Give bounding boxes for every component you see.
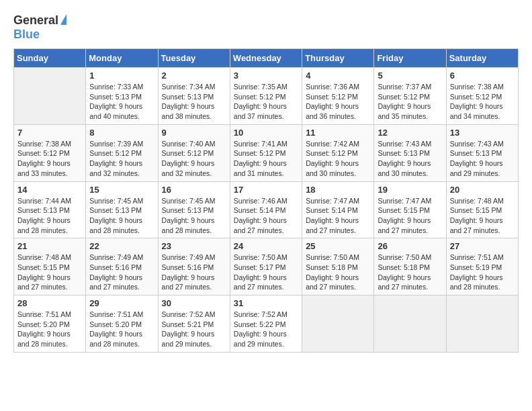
sunrise-text: Sunrise: 7:42 AM	[306, 139, 370, 149]
day-number: 27	[450, 241, 515, 251]
cell-content: Sunrise: 7:47 AMSunset: 5:14 PMDaylight:…	[306, 196, 370, 236]
cell-content: Sunrise: 7:52 AMSunset: 5:21 PMDaylight:…	[162, 310, 226, 349]
cell-content: Sunrise: 7:52 AMSunset: 5:22 PMDaylight:…	[234, 310, 298, 349]
calendar-table: SundayMondayTuesdayWednesdayThursdayFrid…	[13, 48, 519, 353]
sunrise-text: Sunrise: 7:52 AM	[234, 310, 298, 320]
sunrise-text: Sunrise: 7:50 AM	[234, 253, 298, 263]
day-number: 12	[378, 128, 442, 138]
calendar-cell: 11Sunrise: 7:42 AMSunset: 5:12 PMDayligh…	[302, 124, 374, 181]
cell-content: Sunrise: 7:49 AMSunset: 5:16 PMDaylight:…	[89, 253, 154, 292]
sunrise-text: Sunrise: 7:47 AM	[306, 196, 370, 206]
calendar-cell: 25Sunrise: 7:50 AMSunset: 5:18 PMDayligh…	[302, 238, 374, 295]
cell-content: Sunrise: 7:49 AMSunset: 5:16 PMDaylight:…	[162, 253, 226, 292]
sunrise-text: Sunrise: 7:34 AM	[162, 82, 226, 92]
logo: General Blue	[13, 13, 66, 42]
sunset-text: Sunset: 5:12 PM	[17, 148, 82, 158]
daylight-text: Daylight: 9 hours and 27 minutes.	[234, 273, 298, 292]
cell-content: Sunrise: 7:45 AMSunset: 5:13 PMDaylight:…	[89, 196, 154, 236]
sunset-text: Sunset: 5:12 PM	[234, 92, 298, 102]
header-monday: Monday	[86, 49, 158, 68]
sunset-text: Sunset: 5:13 PM	[89, 205, 154, 216]
daylight-text: Daylight: 9 hours and 32 minutes.	[162, 158, 226, 178]
daylight-text: Daylight: 9 hours and 27 minutes.	[89, 273, 154, 292]
daylight-text: Daylight: 9 hours and 27 minutes.	[306, 216, 370, 235]
daylight-text: Daylight: 9 hours and 38 minutes.	[162, 101, 226, 121]
sunset-text: Sunset: 5:20 PM	[89, 320, 154, 330]
calendar-cell: 27Sunrise: 7:51 AMSunset: 5:19 PMDayligh…	[446, 238, 518, 295]
day-number: 19	[378, 185, 442, 195]
sunrise-text: Sunrise: 7:50 AM	[378, 253, 442, 263]
cell-content: Sunrise: 7:38 AMSunset: 5:12 PMDaylight:…	[450, 82, 515, 122]
sunset-text: Sunset: 5:13 PM	[162, 205, 226, 216]
logo-blue-text: Blue	[13, 28, 66, 42]
daylight-text: Daylight: 9 hours and 31 minutes.	[234, 158, 298, 178]
daylight-text: Daylight: 9 hours and 28 minutes.	[17, 329, 82, 349]
logo-icon	[60, 14, 66, 25]
calendar-cell: 13Sunrise: 7:43 AMSunset: 5:13 PMDayligh…	[446, 124, 518, 181]
day-number: 17	[234, 185, 298, 195]
day-number: 25	[306, 241, 370, 251]
day-number: 1	[89, 71, 154, 81]
sunrise-text: Sunrise: 7:48 AM	[450, 196, 515, 206]
daylight-text: Daylight: 9 hours and 35 minutes.	[378, 101, 442, 121]
calendar-cell: 30Sunrise: 7:52 AMSunset: 5:21 PMDayligh…	[158, 295, 230, 353]
day-number: 8	[89, 128, 154, 138]
sunrise-text: Sunrise: 7:52 AM	[162, 310, 226, 320]
sunrise-text: Sunrise: 7:49 AM	[89, 253, 154, 263]
cell-content: Sunrise: 7:39 AMSunset: 5:12 PMDaylight:…	[89, 139, 154, 179]
day-number: 9	[162, 128, 226, 138]
sunrise-text: Sunrise: 7:49 AM	[162, 253, 226, 263]
sunrise-text: Sunrise: 7:45 AM	[89, 196, 154, 206]
sunrise-text: Sunrise: 7:47 AM	[378, 196, 442, 206]
week-row-3: 14Sunrise: 7:44 AMSunset: 5:13 PMDayligh…	[14, 181, 519, 238]
header-row: SundayMondayTuesdayWednesdayThursdayFrid…	[14, 49, 519, 68]
day-number: 31	[234, 298, 298, 308]
cell-content: Sunrise: 7:34 AMSunset: 5:13 PMDaylight:…	[162, 82, 226, 122]
cell-content: Sunrise: 7:51 AMSunset: 5:20 PMDaylight:…	[17, 310, 82, 349]
sunset-text: Sunset: 5:19 PM	[450, 263, 515, 273]
cell-content: Sunrise: 7:41 AMSunset: 5:12 PMDaylight:…	[234, 139, 298, 179]
daylight-text: Daylight: 9 hours and 27 minutes.	[17, 273, 82, 292]
sunset-text: Sunset: 5:14 PM	[306, 205, 370, 216]
sunrise-text: Sunrise: 7:50 AM	[306, 253, 370, 263]
sunrise-text: Sunrise: 7:38 AM	[17, 139, 82, 149]
sunrise-text: Sunrise: 7:51 AM	[89, 310, 154, 320]
logo-general-text: General	[13, 13, 58, 28]
daylight-text: Daylight: 9 hours and 27 minutes.	[378, 273, 442, 292]
day-number: 15	[89, 185, 154, 195]
cell-content: Sunrise: 7:37 AMSunset: 5:12 PMDaylight:…	[378, 82, 442, 122]
sunrise-text: Sunrise: 7:40 AM	[162, 139, 226, 149]
calendar-cell: 7Sunrise: 7:38 AMSunset: 5:12 PMDaylight…	[14, 124, 86, 181]
day-number: 3	[234, 71, 298, 81]
day-number: 23	[162, 241, 226, 251]
day-number: 11	[306, 128, 370, 138]
daylight-text: Daylight: 9 hours and 29 minutes.	[450, 158, 515, 178]
sunrise-text: Sunrise: 7:43 AM	[450, 139, 515, 149]
calendar-cell	[302, 295, 374, 353]
header-friday: Friday	[374, 49, 446, 68]
sunset-text: Sunset: 5:12 PM	[378, 92, 442, 102]
sunrise-text: Sunrise: 7:38 AM	[450, 82, 515, 92]
calendar-cell	[14, 68, 86, 125]
calendar-cell: 18Sunrise: 7:47 AMSunset: 5:14 PMDayligh…	[302, 181, 374, 238]
sunset-text: Sunset: 5:18 PM	[378, 263, 442, 273]
calendar-cell: 14Sunrise: 7:44 AMSunset: 5:13 PMDayligh…	[14, 181, 86, 238]
day-number: 4	[306, 71, 370, 81]
calendar-cell: 20Sunrise: 7:48 AMSunset: 5:15 PMDayligh…	[446, 181, 518, 238]
daylight-text: Daylight: 9 hours and 34 minutes.	[450, 101, 515, 121]
calendar-cell: 28Sunrise: 7:51 AMSunset: 5:20 PMDayligh…	[14, 295, 86, 353]
daylight-text: Daylight: 9 hours and 37 minutes.	[234, 101, 298, 121]
sunset-text: Sunset: 5:12 PM	[306, 92, 370, 102]
week-row-4: 21Sunrise: 7:48 AMSunset: 5:15 PMDayligh…	[14, 238, 519, 295]
sunset-text: Sunset: 5:22 PM	[234, 320, 298, 330]
sunrise-text: Sunrise: 7:51 AM	[450, 253, 515, 263]
cell-content: Sunrise: 7:42 AMSunset: 5:12 PMDaylight:…	[306, 139, 370, 179]
day-number: 14	[17, 185, 82, 195]
sunset-text: Sunset: 5:21 PM	[162, 320, 226, 330]
sunrise-text: Sunrise: 7:41 AM	[234, 139, 298, 149]
cell-content: Sunrise: 7:38 AMSunset: 5:12 PMDaylight:…	[17, 139, 82, 179]
sunrise-text: Sunrise: 7:48 AM	[17, 253, 82, 263]
sunset-text: Sunset: 5:13 PM	[17, 205, 82, 216]
cell-content: Sunrise: 7:43 AMSunset: 5:13 PMDaylight:…	[378, 139, 442, 179]
daylight-text: Daylight: 9 hours and 28 minutes.	[162, 216, 226, 235]
